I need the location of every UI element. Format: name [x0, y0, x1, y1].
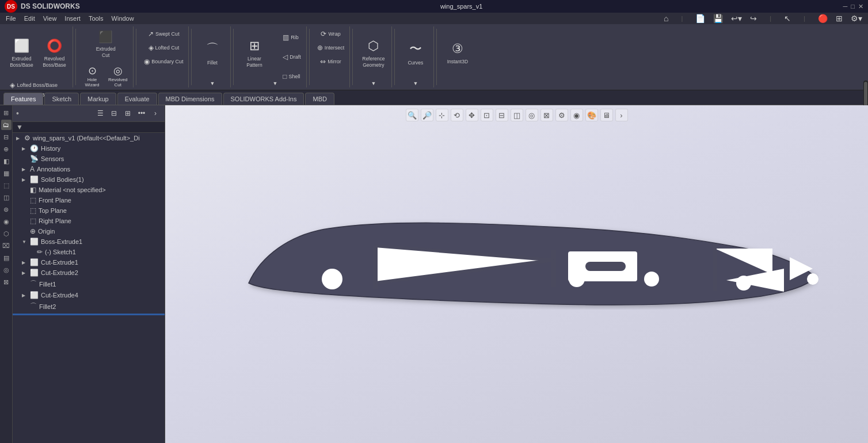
menu-undo-dropdown[interactable]: ↩▾	[728, 13, 745, 24]
vp-zoom-icon[interactable]: 🔎	[421, 109, 433, 121]
menu-grid[interactable]: ⊞	[832, 13, 846, 24]
tab-features[interactable]: Features	[3, 93, 43, 105]
tab-evaluate[interactable]: Evaluate	[117, 93, 157, 105]
shell-button[interactable]: □ Shell	[280, 72, 304, 81]
vp-display-style-icon[interactable]: ◫	[511, 109, 523, 121]
tree-item-origin[interactable]: ⊕ Origin	[13, 226, 165, 236]
fillet-dropdown[interactable]: ▼	[210, 81, 215, 86]
boundary-cut-button[interactable]: ◉ Boundary Cut	[141, 55, 186, 68]
tree-item-fillet2[interactable]: ⌒ Fillet2	[13, 300, 165, 312]
left-icon-3[interactable]: ⊟	[1, 132, 12, 142]
revolved-cut-button[interactable]: ◎ RevolvedCut	[105, 62, 131, 90]
tree-item-cut-extrude4[interactable]: ▶ ⬜ Cut-Extrude4	[13, 290, 165, 300]
menu-save[interactable]: 💾	[710, 13, 726, 24]
vp-rotate-icon[interactable]: ⟲	[451, 109, 463, 121]
left-icon-10[interactable]: ◉	[1, 216, 12, 227]
instant3d-button[interactable]: ③ Instant3D	[441, 28, 473, 79]
hole-wizard-button[interactable]: ⊙ HoleWizard	[81, 62, 104, 90]
tab-mbd-dimensions[interactable]: MBD Dimensions	[158, 93, 222, 105]
tree-item-right-plane[interactable]: ⬚ Right Plane	[13, 216, 165, 226]
left-icon-6[interactable]: ▦	[1, 168, 12, 178]
menu-home-icon[interactable]: ⌂	[660, 13, 672, 24]
rib-button[interactable]: ▥ Rib	[280, 33, 304, 42]
curves-button[interactable]: 〜 Curves	[399, 28, 431, 79]
curves-dropdown[interactable]: ▼	[413, 81, 418, 86]
list-view-button[interactable]: ☰	[94, 108, 106, 119]
vp-realview-icon[interactable]: ◉	[570, 109, 583, 121]
menu-settings[interactable]: ⚙▾	[847, 13, 866, 24]
maximize-btn[interactable]: □	[851, 3, 855, 10]
tree-item-sensors[interactable]: 📡 Sensors	[13, 154, 165, 164]
tab-mbd[interactable]: MBD	[305, 93, 334, 105]
linear-pattern-button[interactable]: ⊞ LinearPattern	[238, 28, 270, 79]
left-icon-5[interactable]: ◧	[1, 156, 12, 166]
vp-select-icon[interactable]: ⊹	[436, 109, 448, 121]
menu-window[interactable]: Window	[108, 14, 138, 23]
menu-new-doc[interactable]: 📄	[692, 13, 709, 24]
left-icon-13[interactable]: ▤	[1, 253, 12, 263]
menu-tools[interactable]: Tools	[85, 14, 107, 23]
tree-item-cut-extrude2[interactable]: ▶ ⬜ Cut-Extrude2	[13, 268, 165, 278]
tree-item-front-plane[interactable]: ⬚ Front Plane	[13, 195, 165, 205]
linear-pattern-dropdown[interactable]: ▼	[272, 81, 277, 86]
menu-file[interactable]: File	[2, 14, 20, 23]
left-icon-9[interactable]: ⊛	[1, 204, 12, 215]
menu-view[interactable]: View	[40, 14, 60, 23]
left-icon-15[interactable]: ⊠	[1, 277, 12, 287]
extruded-boss-base-button[interactable]: ⬜ ExtrudedBoss/Base	[6, 28, 37, 79]
feature-tree-root[interactable]: ▶ ⚙ wing_spars_v1 (Default<<Default>_Di	[13, 133, 165, 143]
lofted-boss-base-button[interactable]: ◈ Lofted Boss/Base	[7, 81, 68, 90]
menu-redo[interactable]: ↪	[747, 13, 760, 24]
vp-zoom-extent-icon[interactable]: ⊡	[481, 109, 493, 121]
vp-view-orient-icon[interactable]: ⊟	[496, 109, 508, 121]
menu-rebuild[interactable]: 🔴	[814, 13, 831, 24]
left-icon-1[interactable]: ⊞	[1, 108, 12, 118]
tree-item-history[interactable]: ▶ 🕐 History	[13, 143, 165, 154]
more-button[interactable]: •••	[136, 108, 147, 119]
vp-more-icon[interactable]: ›	[615, 109, 628, 121]
minimize-btn[interactable]: ─	[843, 3, 848, 10]
revolved-boss-base-button[interactable]: ⭕ RevolvedBoss/Base	[39, 28, 70, 79]
tree-item-material[interactable]: ◧ Material <not specified>	[13, 185, 165, 195]
left-icon-7[interactable]: ⬚	[1, 180, 12, 190]
vp-pan-icon[interactable]: ✥	[466, 109, 478, 121]
reference-geometry-dropdown[interactable]: ▼	[371, 81, 376, 86]
vp-monitor-icon[interactable]: 🖥	[600, 109, 613, 121]
left-icon-2[interactable]: 🗂	[1, 120, 12, 130]
tree-item-cut-extrude1[interactable]: ▶ ⬜ Cut-Extrude1	[13, 257, 165, 268]
fillet-button[interactable]: ⌒ Fillet	[196, 28, 228, 79]
tab-sketch[interactable]: Sketch	[44, 93, 79, 105]
vp-hide-show-icon[interactable]: ◎	[526, 109, 538, 121]
wrap-button[interactable]: ⟳ Wrap	[318, 28, 343, 40]
vp-search-icon[interactable]: 🔍	[406, 109, 418, 121]
lofted-cut-button[interactable]: ◈ Lofted Cut	[146, 41, 182, 54]
tree-item-solid-bodies[interactable]: ▶ ⬜ Solid Bodies(1)	[13, 174, 165, 185]
menu-select[interactable]: ↖	[781, 13, 794, 24]
left-icon-11[interactable]: ⬡	[1, 228, 12, 239]
tree-item-fillet1[interactable]: ⌒ Fillet1	[13, 278, 165, 290]
extruded-cut-button[interactable]: ⬛ ExtrudedCut	[90, 28, 121, 61]
menu-edit[interactable]: Edit	[21, 14, 39, 23]
3d-viewport[interactable]: 🔍 🔎 ⊹ ⟲ ✥ ⊡ ⊟ ◫ ◎ ⊠ ⚙ ◉ 🎨 🖥 ›	[165, 105, 868, 443]
chevron-right-icon[interactable]: ›	[150, 108, 161, 119]
tree-item-top-plane[interactable]: ⬚ Top Plane	[13, 205, 165, 216]
draft-button[interactable]: ◁ Draft	[280, 52, 304, 62]
left-icon-14[interactable]: ◎	[1, 265, 12, 275]
tree-item-sketch1[interactable]: ✏ (-) Sketch1	[13, 247, 165, 257]
mirror-button[interactable]: ⇔ Mirror	[317, 55, 344, 68]
left-icon-12[interactable]: ⌧	[1, 240, 12, 251]
vp-view-settings-icon[interactable]: ⚙	[555, 109, 568, 121]
vp-color-icon[interactable]: 🎨	[585, 109, 598, 121]
tab-solidworks-add-ins[interactable]: SOLIDWORKS Add-Ins	[223, 93, 304, 105]
tab-markup[interactable]: Markup	[80, 93, 116, 105]
reference-geometry-button[interactable]: ⬡ ReferenceGeometry	[357, 28, 389, 79]
left-icon-8[interactable]: ◫	[1, 192, 12, 203]
collapse-button[interactable]: ⊞	[122, 108, 134, 119]
swept-cut-button[interactable]: ↗ Swept Cut	[145, 28, 182, 40]
left-icon-4[interactable]: ⊕	[1, 144, 12, 154]
flat-tree-button[interactable]: ⊟	[108, 108, 120, 119]
close-btn[interactable]: ✕	[858, 3, 863, 10]
vp-section-icon[interactable]: ⊠	[540, 109, 553, 121]
menu-insert[interactable]: Insert	[61, 14, 84, 23]
intersect-button[interactable]: ⊕ Intersect	[314, 41, 348, 54]
